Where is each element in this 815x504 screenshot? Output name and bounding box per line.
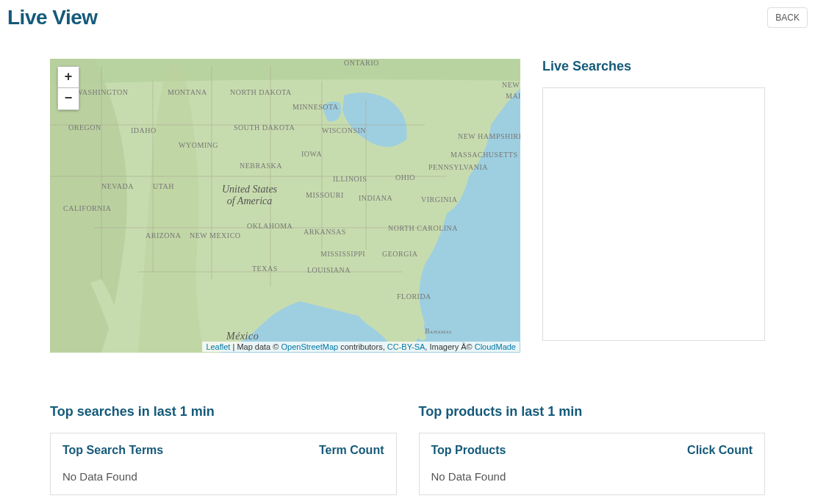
back-button[interactable]: BACK	[767, 7, 808, 28]
map-region-label: UTAH	[153, 182, 174, 190]
page-header: Live View BACK	[7, 6, 808, 29]
top-searches-heading: Top searches in last 1 min	[50, 404, 397, 420]
map-region-label: WASHINGTON	[76, 88, 128, 96]
map-region-label: ILLINOIS	[333, 175, 367, 183]
leaflet-link[interactable]: Leaflet	[206, 342, 230, 351]
map-region-label: LOUISIANA	[307, 266, 351, 274]
map-region-label: NEVADA	[101, 182, 134, 190]
map-country-label: United States of America	[222, 184, 277, 207]
live-searches-heading: Live Searches	[542, 59, 765, 74]
top-products-empty: No Data Found	[431, 470, 753, 483]
map-region-label: OHIO	[395, 173, 415, 181]
live-searches-box	[542, 87, 765, 341]
map-region-label: CALIFORNIA	[63, 204, 112, 212]
map-region-label: NEW HAMPSHIRE	[458, 132, 520, 140]
top-products-heading: Top products in last 1 min	[419, 404, 766, 420]
map-region-label: NORTH DAKOTA	[230, 88, 292, 96]
map-region-label: WISCONSIN	[322, 126, 366, 134]
map-region-label: IOWA	[301, 150, 322, 158]
cloudmade-link[interactable]: CloudMade	[475, 342, 516, 351]
map-region-label: ONTARIO	[344, 59, 379, 67]
map-region-label: NORTH CAROLINA	[388, 224, 458, 232]
top-products-box: Top Products Click Count No Data Found	[419, 433, 766, 495]
click-count-col: Click Count	[687, 444, 753, 457]
top-products-col: Top Products	[431, 444, 506, 457]
map-region-label: PENNSYLVANIA	[428, 163, 488, 171]
map-region-label: INDIANA	[359, 194, 392, 202]
top-search-terms-col: Top Search Terms	[62, 444, 163, 457]
map-region-label: México	[226, 331, 259, 342]
map[interactable]: ONTARIOWASHINGTONMONTANANORTH DAKOTAMINN…	[50, 59, 520, 353]
map-attribution: Leaflet | Map data © OpenStreetMap contr…	[202, 342, 520, 352]
page-title: Live View	[7, 6, 98, 29]
top-searches-panel: Top searches in last 1 min Top Search Te…	[50, 404, 397, 495]
map-region-label: OREGON	[68, 123, 101, 132]
map-region-label: NEW	[502, 81, 520, 89]
map-region-label: MAINE	[506, 92, 520, 100]
map-region-label: VIRGINIA	[421, 195, 458, 204]
map-region-label: FLORIDA	[397, 292, 431, 300]
map-region-label: NEBRASKA	[240, 162, 282, 170]
top-searches-empty: No Data Found	[62, 470, 384, 483]
map-region-label: ARKANSAS	[304, 228, 346, 236]
map-region-label: WYOMING	[179, 141, 218, 149]
map-region-label: Bahamas	[425, 327, 452, 335]
map-zoom-controls: + −	[57, 66, 79, 110]
ccbysa-link[interactable]: CC-BY-SA	[387, 342, 426, 351]
map-tiles	[50, 59, 520, 353]
map-region-label: MONTANA	[168, 88, 207, 96]
osm-link[interactable]: OpenStreetMap	[281, 342, 338, 351]
map-region-label: MINNESOTA	[292, 103, 339, 111]
map-region-label: SOUTH DAKOTA	[234, 123, 295, 132]
map-region-label: OKLAHOMA	[247, 222, 292, 230]
map-region-label: GEORGIA	[382, 250, 418, 258]
map-region-label: MASSACHUSETTS	[450, 151, 518, 159]
term-count-col: Term Count	[319, 444, 384, 457]
map-region-label: NEW MEXICO	[190, 231, 241, 240]
map-region-label: ARIZONA	[146, 231, 182, 240]
live-searches-panel: Live Searches	[542, 59, 765, 353]
top-products-panel: Top products in last 1 min Top Products …	[419, 404, 766, 495]
zoom-in-button[interactable]: +	[57, 66, 79, 88]
map-region-label: TEXAS	[252, 264, 278, 273]
map-region-label: MISSOURI	[306, 191, 344, 199]
map-region-label: IDAHO	[131, 126, 157, 134]
zoom-out-button[interactable]: −	[57, 88, 79, 110]
map-region-label: MISSISSIPPI	[320, 250, 365, 258]
top-searches-box: Top Search Terms Term Count No Data Foun…	[50, 433, 397, 495]
